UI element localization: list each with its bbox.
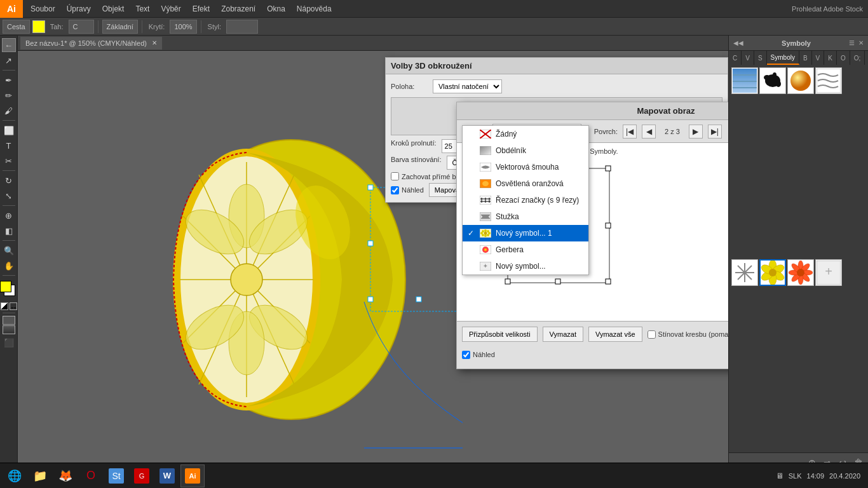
fill-color[interactable] [0,281,11,292]
taskbar-firefox[interactable]: 🦊 [53,464,78,487]
drop-item-novy-symbol[interactable]: + Nový symbol... [463,258,588,274]
sym-tab-k[interactable]: K [824,51,837,65]
menu-objekt[interactable]: Objekt [97,2,130,16]
taskbar-word[interactable]: W [155,464,179,487]
canvas-area[interactable]: Volby 3D obkroužení Poloha: Vlastní nato… [18,51,728,471]
vymazat-btn[interactable]: Vymazat [543,327,583,342]
drop-item-vektorova[interactable]: Vektorová šmouha [463,159,588,175]
svg-point-53 [487,230,489,233]
tool-type[interactable]: T [2,139,16,152]
menu-text[interactable]: Text [130,2,154,16]
menu-okna[interactable]: Okna [262,2,290,16]
tool-artboard[interactable]: ⬛ [2,336,16,349]
drop-item-novy-symbol-1[interactable]: ✓ Nový symbol... 1 [463,225,588,241]
page-last-btn[interactable]: ▶| [708,125,722,139]
main-area: ← ↗ ✒ ✏ 🖌 ⬜ T ✂ ↻ ⤡ ⊕ ◧ 🔍 ✋ ↔ [0,36,868,471]
tool-direct-select[interactable]: ↗ [2,53,16,67]
sym-item-3[interactable] [787,67,814,94]
zachovat-checkbox[interactable] [391,172,399,180]
menu-efekt[interactable]: Efekt [187,2,215,16]
symbols-panel-title: Symboly [745,39,847,47]
drop-label-obdelnik: Obdélník [496,146,526,155]
page-first-btn[interactable]: |◀ [623,125,637,139]
default-colors-icon[interactable] [1,302,8,310]
nahled-checkbox[interactable] [391,186,399,194]
tool-blend[interactable]: ⊕ [2,208,16,222]
tool-pen[interactable]: ✒ [2,73,16,87]
menu-vyber[interactable]: Výběr [156,2,186,16]
doc-tab-close[interactable]: ✕ [152,39,157,46]
tool-scissors[interactable]: ✂ [2,154,16,168]
drop-item-zadny[interactable]: Žádný [463,126,588,142]
taskbar-illustrator[interactable]: Ai [180,464,205,487]
tool-shape[interactable]: ⬜ [2,123,16,137]
sym-item-5[interactable] [731,259,758,286]
styl-label: Styl: [205,23,224,30]
show-desktop-icon[interactable]: 🖥 [776,471,783,480]
sym-tab-o2[interactable]: O; [850,51,865,65]
taskbar-ie[interactable]: 🌐 [3,464,27,487]
taskbar-explorer[interactable]: 📁 [28,464,52,487]
sym-item-7[interactable] [787,259,814,286]
taskbar-app2[interactable]: G [130,464,154,487]
poloha-select[interactable]: Vlastní natočení [433,79,502,93]
nahled-map-checkbox[interactable] [462,351,470,359]
mapovat-header: Mapovat obraz [457,102,728,120]
sym-item-4[interactable] [815,67,842,94]
tool-gradient[interactable]: ◧ [2,224,16,238]
taskbar-app1[interactable]: St [104,464,128,487]
doc-tab-item[interactable]: Bez názvu-1* @ 150% (CMYK/Náhled) ✕ [20,37,162,50]
fill-color-swatch[interactable] [32,20,45,33]
tool-zoom[interactable]: 🔍 [2,243,16,257]
sym-item-1[interactable] [731,67,758,94]
tool-select[interactable]: ← [2,38,16,52]
vymazat-vse-btn[interactable]: Vymazat vše [588,327,642,342]
svg-point-112 [769,269,776,276]
tah-control[interactable]: C [69,20,94,34]
sym-item-8[interactable]: + [815,259,842,286]
stinovani-checkbox[interactable] [648,330,656,339]
menu-upravy[interactable]: Úpravy [62,2,96,16]
drop-label-zadny: Žádný [496,130,517,139]
sym-tab-o[interactable]: O [837,51,850,65]
svg-point-52 [482,230,484,233]
menu-soubor[interactable]: Soubor [25,2,60,16]
sym-tab-b[interactable]: B [799,51,812,65]
drop-item-stuzka[interactable]: Stužka [463,208,588,225]
sym-tab-c[interactable]: C [729,51,742,65]
page-next-btn[interactable]: ▶ [689,125,703,139]
sym-tab-v2[interactable]: V [812,51,825,65]
tool-hand[interactable]: ✋ [2,259,16,273]
view-normal[interactable] [3,316,15,325]
sym-item-6[interactable] [759,259,786,286]
tool-pencil[interactable]: ✏ [2,88,16,102]
tool-brush[interactable]: 🖌 [2,104,16,118]
drop-item-osvitlena[interactable]: Osvětlená oranžová [463,175,588,192]
panel-collapse-btn[interactable]: ◀◀ [731,39,745,46]
drop-item-rezaci[interactable]: Řezací značky (s 9 řezy) [463,192,588,208]
color-boxes [0,281,18,299]
sym-item-2[interactable] [759,67,786,94]
menu-napoveda[interactable]: Nápověda [292,2,337,16]
svg-point-9 [231,264,262,295]
menu-zobrazeni[interactable]: Zobrazení [216,2,261,16]
taskbar-opera[interactable]: O [79,464,103,487]
toolbar-cesta[interactable]: Cesta [3,20,30,34]
panel-close-btn[interactable]: ✕ [857,39,865,46]
tool-rotate[interactable]: ↻ [2,173,16,187]
styl-control[interactable] [226,20,258,34]
page-prev-btn[interactable]: ◀ [642,125,656,139]
drop-item-gerbera[interactable]: Gerbera [463,241,588,258]
sym-tab-s[interactable]: S [754,51,767,65]
app2-icon: G [134,468,149,484]
drop-item-obdelnik[interactable]: Obdélník [463,142,588,159]
sym-tab-symboly[interactable]: Symboly [767,51,799,65]
kryti-value[interactable]: 100% [170,20,196,34]
prizpusobit-btn[interactable]: Přizpůsobit velikosti [462,327,538,342]
panel-menu-btn[interactable]: ☰ [847,39,857,46]
zakladni-control[interactable]: Základní [102,20,138,34]
sym-tab-v[interactable]: V [742,51,754,65]
view-preview[interactable] [3,325,15,334]
tool-scale[interactable]: ⤡ [2,189,16,203]
swap-colors-icon[interactable]: ↔ [10,302,17,310]
